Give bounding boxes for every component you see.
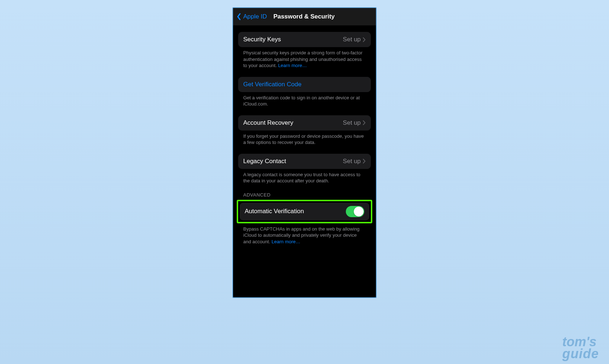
verification-code-footer: Get a verification code to sign in on an… — [238, 92, 371, 107]
learn-more-link[interactable]: Learn more… — [278, 63, 307, 68]
legacy-contact-label: Legacy Contact — [243, 158, 286, 165]
row-accessory: Set up — [343, 119, 366, 127]
account-recovery-row[interactable]: Account Recovery Set up — [238, 115, 371, 131]
setup-label: Set up — [343, 119, 361, 127]
watermark-logo: tom's guide — [562, 336, 599, 360]
security-keys-label: Security Keys — [243, 36, 281, 43]
security-keys-footer: Physical security keys provide a strong … — [238, 47, 371, 69]
back-button[interactable]: Apple ID — [237, 13, 267, 20]
advanced-section-header: ADVANCED — [238, 192, 371, 200]
navigation-header: Apple ID Password & Security — [233, 8, 376, 25]
legacy-contact-footer: A legacy contact is someone you trust to… — [238, 169, 371, 184]
phone-screenshot: Apple ID Password & Security Security Ke… — [232, 7, 377, 298]
chevron-right-icon — [363, 120, 366, 125]
row-accessory: Set up — [343, 158, 366, 165]
toggle-knob — [354, 207, 364, 216]
chevron-right-icon — [363, 37, 366, 42]
back-chevron-icon — [237, 13, 241, 20]
row-accessory: Set up — [343, 36, 366, 43]
setup-label: Set up — [343, 158, 361, 165]
highlight-annotation: Automatic Verification — [237, 200, 372, 223]
content-area: Security Keys Set up Physical security k… — [233, 25, 376, 245]
get-verification-code-row[interactable]: Get Verification Code — [238, 77, 371, 92]
learn-more-link[interactable]: Learn more… — [272, 239, 300, 244]
back-label: Apple ID — [243, 13, 267, 20]
chevron-right-icon — [363, 159, 366, 164]
automatic-verification-toggle[interactable] — [346, 206, 364, 217]
account-recovery-footer: If you forget your password or device pa… — [238, 131, 371, 146]
automatic-verification-label: Automatic Verification — [245, 208, 304, 215]
legacy-contact-row[interactable]: Legacy Contact Set up — [238, 154, 371, 169]
account-recovery-label: Account Recovery — [243, 119, 293, 127]
watermark-line2: guide — [562, 348, 599, 360]
page-title: Password & Security — [273, 13, 335, 20]
automatic-verification-row: Automatic Verification — [240, 203, 369, 220]
setup-label: Set up — [343, 36, 361, 43]
security-keys-row[interactable]: Security Keys Set up — [238, 32, 371, 47]
verification-code-label: Get Verification Code — [243, 81, 302, 88]
automatic-verification-footer: Bypass CAPTCHAs in apps and on the web b… — [238, 223, 371, 245]
